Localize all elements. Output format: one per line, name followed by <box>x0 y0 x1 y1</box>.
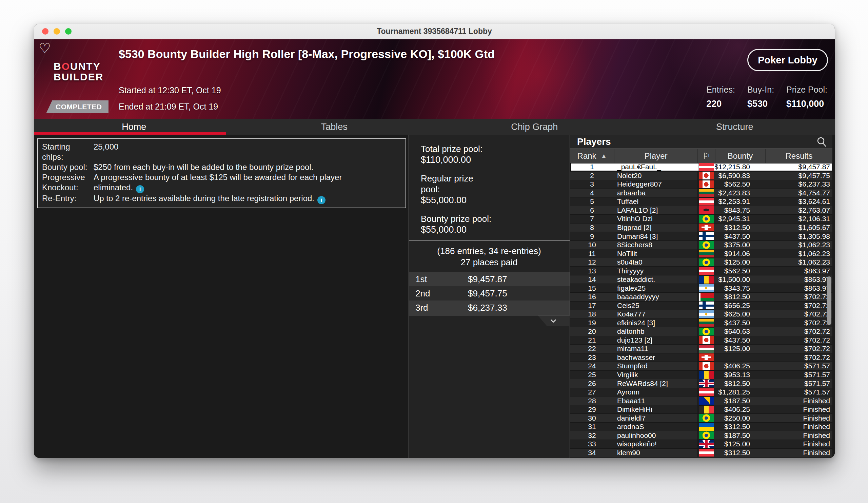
player-row[interactable]: 32 paulinhoo00 $187.50 Finished <box>570 431 833 440</box>
stat-item: Entries: 220 <box>706 85 735 109</box>
player-rank: 2 <box>570 172 614 180</box>
player-bounty <box>715 353 765 362</box>
players-panel: Players Rank▲ Player ⚐ Bounty Results 1 … <box>570 135 833 458</box>
country-flag-icon-austria <box>699 198 714 206</box>
info-icon[interactable]: i <box>136 185 144 193</box>
player-row[interactable]: 11 NoTilit $914.06 $1,062.23 <box>570 249 833 258</box>
player-rank: 3 <box>570 180 614 188</box>
player-row[interactable]: 30 danieldl7 $250.00 Finished <box>570 414 833 423</box>
player-row[interactable]: 3 Heidegger807 $562.50 $6,237.33 <box>570 180 833 189</box>
country-flag-icon-austria <box>699 163 714 171</box>
country-flag-icon-romania <box>699 276 714 284</box>
column-header-rank[interactable]: Rank▲ <box>570 149 614 163</box>
country-flag-icon-canada <box>699 172 714 179</box>
column-header-player[interactable]: Player <box>614 149 698 163</box>
close-button[interactable] <box>42 28 49 34</box>
player-flag-cell <box>698 249 715 258</box>
country-flag-icon-brazil <box>699 328 714 336</box>
player-row[interactable]: 27 Ayronn $1,281.25 $571.57 <box>570 388 833 397</box>
player-row[interactable]: 13 Thiryyyy $562.50 $863.97 <box>570 267 833 275</box>
stat-value: 220 <box>706 99 735 109</box>
player-bounty: $6,590.83 <box>715 172 765 180</box>
player-row[interactable]: 21 dujo123 [2] $437.50 $702.72 <box>570 336 833 345</box>
player-row[interactable]: 29 DimikeHiHi $406.25 Finished <box>570 405 833 414</box>
column-header-flag[interactable]: ⚐ <box>698 149 715 163</box>
stat-label: Prize Pool: <box>786 85 827 95</box>
player-row[interactable]: 33 wisopekeño! $125.00 Finished <box>570 440 833 449</box>
player-row[interactable]: 16 baaaaddyyyy $812.50 $702.72 <box>570 293 833 301</box>
titlebar: Tournament 3935684711 Lobby <box>34 24 835 39</box>
country-flag-icon-austria <box>699 388 714 396</box>
payout-row: 3rd $6,237.33 <box>409 300 570 315</box>
country-flag-icon-belgium <box>699 406 714 413</box>
player-row[interactable]: 25 Virgilik $953.13 $571.57 <box>570 371 833 380</box>
country-flag-icon-brazil <box>699 431 714 439</box>
player-bounty: $250.00 <box>715 414 765 422</box>
players-table-body: 1 _pauL€FauL_ $12,215.80 $9,457.87 2 Nol… <box>570 163 833 457</box>
players-table-header: Rank▲ Player ⚐ Bounty Results <box>570 149 833 163</box>
country-flag-icon-canada <box>699 181 714 188</box>
player-row[interactable]: 34 klem90 $312.50 Finished <box>570 449 833 458</box>
player-row[interactable]: 15 figalex25 $343.75 $863.97 <box>570 284 833 293</box>
player-flag-cell <box>698 405 715 414</box>
player-row[interactable]: 14 steakaddict. $1,500.00 $863.97 <box>570 275 833 284</box>
player-row[interactable]: 4 arbaarba $2,423.83 $4,754.77 <box>570 189 833 198</box>
player-rank: 27 <box>570 388 614 397</box>
country-flag-icon-austria <box>699 449 714 456</box>
player-row[interactable]: 28 Ebaaa11 $187.50 Finished <box>570 397 833 405</box>
search-icon[interactable] <box>816 136 827 147</box>
minimize-button[interactable] <box>54 28 60 34</box>
player-flag-cell <box>698 336 715 345</box>
player-flag-cell <box>698 397 715 405</box>
column-header-results[interactable]: Results <box>765 149 833 163</box>
player-name: _pauL€FauL_ <box>614 163 698 171</box>
player-bounty: $2,423.83 <box>715 189 765 197</box>
player-row[interactable]: 18 Ko4a777 $625.00 $702.72 <box>570 310 833 319</box>
player-row[interactable]: 5 Tuffael $2,253.91 $3,624.61 <box>570 197 833 206</box>
poker-lobby-button[interactable]: Poker Lobby <box>747 49 828 71</box>
zoom-button[interactable] <box>65 28 72 34</box>
player-result: $702.72 <box>765 336 833 345</box>
player-row[interactable]: 20 daltonhb $640.63 $702.72 <box>570 327 833 336</box>
lobby-content: Starting chips: 25,000i Bounty pool: $25… <box>34 135 835 458</box>
player-row[interactable]: 7 VitinhO Dzi $2,945.31 $2,106.31 <box>570 215 833 224</box>
player-bounty: $843.75 <box>715 206 765 215</box>
player-bounty: $2,945.31 <box>715 215 765 223</box>
info-icon[interactable]: i <box>317 196 326 204</box>
bounty-prize-label: Bounty prize pool: <box>421 213 570 224</box>
column-header-bounty[interactable]: Bounty <box>715 149 765 163</box>
expand-payouts-button[interactable] <box>538 316 569 326</box>
favorite-heart-icon[interactable]: ♡ <box>39 41 51 55</box>
players-scrollbar-thumb[interactable] <box>827 276 831 325</box>
country-flag-icon-switzerland <box>699 353 714 361</box>
player-flag-cell <box>698 293 715 301</box>
player-row[interactable]: 22 mirama11 $125.00 $702.72 <box>570 345 833 353</box>
player-rank: 17 <box>570 301 614 310</box>
player-row[interactable]: 1 _pauL€FauL_ $12,215.80 $9,457.87 <box>570 163 833 172</box>
tab-tables[interactable]: Tables <box>234 119 435 135</box>
info-label: Bounty pool: <box>42 162 94 172</box>
player-row[interactable]: 26 ReWARds84 [2] $812.50 $571.57 <box>570 379 833 388</box>
player-bounty: $312.50 <box>715 449 765 457</box>
player-row[interactable]: 6 LAFAL1O [2] $843.75 $2,763.07 <box>570 206 833 215</box>
player-flag-cell <box>698 440 715 448</box>
player-rank: 32 <box>570 431 614 440</box>
player-row[interactable]: 19 efkinis24 [3] $437.50 $702.72 <box>570 319 833 328</box>
tab-structure[interactable]: Structure <box>635 119 835 135</box>
player-row[interactable]: 31 arodnaS $312.50 Finished <box>570 423 833 431</box>
player-row[interactable]: 12 s0u4ta0 $125.00 $1,062.23 <box>570 258 833 267</box>
player-row[interactable]: 2 Nolet20 $6,590.83 $9,457.75 <box>570 172 833 181</box>
player-row[interactable]: 24 Stumpfed $406.25 $571.57 <box>570 362 833 371</box>
country-flag-icon-bosnia <box>699 397 714 404</box>
column-divider-left <box>409 135 409 458</box>
player-result: Finished <box>765 440 833 448</box>
player-name: Virgilik <box>614 371 698 379</box>
player-row[interactable]: 17 Ceis25 $656.25 $702.72 <box>570 301 833 310</box>
player-bounty: $1,281.25 <box>715 388 765 397</box>
tab-chip-graph[interactable]: Chip Graph <box>434 119 635 135</box>
player-row[interactable]: 10 8Sicchers8 $375.00 $1,062.23 <box>570 241 833 250</box>
player-row[interactable]: 8 Bigprad [2] $312.50 $1,605.67 <box>570 224 833 232</box>
player-row[interactable]: 9 Dumari84 [3] $437.50 $1,305.98 <box>570 232 833 241</box>
player-result: Finished <box>765 397 833 405</box>
player-row[interactable]: 23 bachwasser $702.72 <box>570 353 833 362</box>
